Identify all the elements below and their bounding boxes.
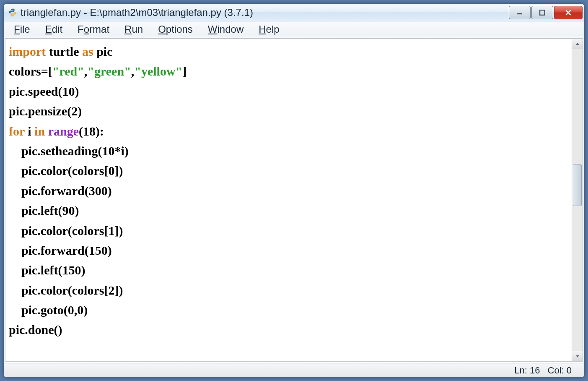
code-editor[interactable]: import turtle as pic colors=["red","gree… xyxy=(5,39,572,361)
title-bar[interactable]: trianglefan.py - E:\pmath2\m03\trianglef… xyxy=(4,4,584,21)
menu-window[interactable]: Window xyxy=(200,22,251,37)
menu-options[interactable]: Options xyxy=(150,22,200,37)
python-icon xyxy=(8,8,17,17)
menu-run[interactable]: Run xyxy=(117,22,150,37)
close-button[interactable] xyxy=(554,6,583,19)
menu-file[interactable]: File xyxy=(6,22,38,37)
scroll-track[interactable] xyxy=(572,49,583,351)
menu-help[interactable]: Help xyxy=(251,22,287,37)
svg-rect-0 xyxy=(517,13,522,14)
window-title: trianglefan.py - E:\pmath2\m03\trianglef… xyxy=(21,7,509,18)
status-bar: Ln: 16 Col: 0 xyxy=(4,363,584,377)
scroll-down-arrow[interactable] xyxy=(572,351,583,361)
menu-bar: File Edit Format Run Options Window Help xyxy=(4,21,584,37)
svg-rect-1 xyxy=(540,10,545,15)
status-line: Ln: 16 xyxy=(514,365,540,376)
scroll-up-arrow[interactable] xyxy=(572,39,583,49)
maximize-button[interactable] xyxy=(531,6,553,19)
minimize-button[interactable] xyxy=(509,6,531,19)
editor-container: import turtle as pic colors=["red","gree… xyxy=(5,38,583,362)
scroll-thumb[interactable] xyxy=(573,164,582,206)
window-controls xyxy=(509,6,583,19)
idle-window: trianglefan.py - E:\pmath2\m03\trianglef… xyxy=(3,3,585,378)
menu-format[interactable]: Format xyxy=(70,22,117,37)
vertical-scrollbar[interactable] xyxy=(572,39,583,361)
menu-edit[interactable]: Edit xyxy=(38,22,70,37)
status-col: Col: 0 xyxy=(548,365,572,376)
